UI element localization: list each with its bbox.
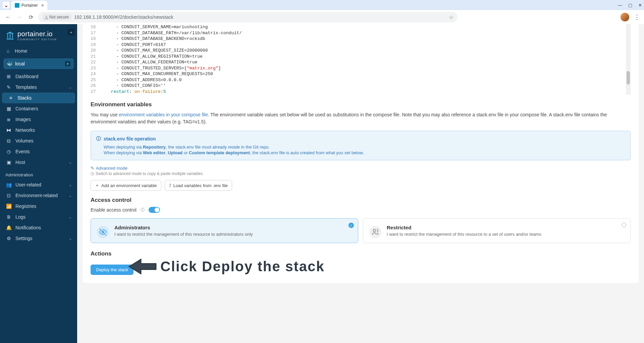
admin-section-label: Administration: [0, 168, 77, 179]
deploy-stack-button[interactable]: Deploy the stack: [91, 265, 133, 275]
nav-label: Environment-related: [15, 193, 58, 198]
close-window-icon[interactable]: ✕: [638, 3, 642, 8]
upload-icon: ⤴: [169, 183, 171, 188]
load-env-file-button[interactable]: ⤴ Load variables from .env file: [165, 180, 232, 191]
admin-option-title: Administrators: [114, 225, 352, 230]
nav-label: Dashboard: [15, 74, 39, 79]
nav-templates[interactable]: ✎Templates⌄: [0, 82, 77, 93]
home-icon: ⌂: [5, 48, 11, 54]
eye-off-icon: [97, 226, 109, 238]
nav-admin-registries[interactable]: 📶Registries: [0, 201, 77, 212]
bookmark-icon[interactable]: ☆: [449, 14, 453, 20]
reload-button[interactable]: ⟳: [27, 13, 35, 21]
code-body[interactable]: - CONDUIT_SERVER_NAME=mariushosting - CO…: [101, 24, 631, 95]
close-environment-icon[interactable]: ×: [65, 61, 70, 66]
nav-home[interactable]: ⌂ Home: [0, 46, 77, 56]
svg-point-1: [373, 229, 376, 232]
nav-admin-user-related[interactable]: 👥User-related⌄: [0, 179, 77, 190]
nav-images[interactable]: ≣Images: [0, 114, 77, 125]
host-icon: ▣: [6, 160, 11, 165]
compose-editor[interactable]: 161718192021222324252627 - CONDUIT_SERVE…: [91, 24, 631, 95]
nav-admin-notifications[interactable]: 🔔Notifications: [0, 222, 77, 233]
access-option-restricted[interactable]: Restricted I want to restrict the manage…: [363, 218, 631, 243]
clock-icon: ◷: [91, 171, 94, 176]
info-icon: ⓘ: [96, 136, 101, 142]
nav-dashboard[interactable]: ⊞Dashboard: [0, 71, 77, 82]
portainer-logo-icon: [5, 31, 15, 40]
tutorial-annotation: Click Deploy the stack: [127, 256, 325, 277]
forward-button[interactable]: →: [15, 13, 23, 21]
actions-section-title: Actions: [91, 250, 631, 257]
address-bar[interactable]: △ Not secure 192.168.1.18:9000/#!/2/dock…: [38, 12, 458, 22]
access-section-title: Access control: [91, 197, 631, 204]
chevron-down-icon: ⌄: [69, 160, 72, 165]
profile-avatar[interactable]: [621, 13, 629, 21]
volumes-icon: ⊟: [6, 138, 11, 144]
env-help-text: You may use environment variables in you…: [91, 111, 631, 125]
back-button[interactable]: ←: [4, 13, 12, 21]
nav-stacks[interactable]: ≡Stacks: [2, 93, 75, 103]
add-env-var-button[interactable]: ＋ Add an environment variable: [91, 180, 161, 191]
nav-networks[interactable]: ⧓Networks: [0, 125, 77, 135]
restricted-option-title: Restricted: [387, 225, 624, 230]
browser-menu-icon[interactable]: ⋮: [634, 13, 640, 21]
notifications-icon: 🔔: [6, 225, 11, 230]
chevron-down-icon: ⌄: [69, 236, 72, 241]
settings-icon: ⚙: [6, 236, 11, 241]
stackenv-info-box: ⓘ stack.env file operation When deployin…: [91, 131, 631, 160]
enable-access-label: Enable access control: [91, 207, 137, 213]
maximize-icon[interactable]: ▢: [628, 3, 632, 8]
nav-label: Logs: [15, 214, 25, 220]
nav-volumes[interactable]: ⊟Volumes: [0, 135, 77, 146]
docker-icon: 🐳: [7, 61, 12, 66]
not-secure-label: Not secure: [49, 15, 69, 19]
environment-name: local: [15, 61, 25, 66]
browser-tab[interactable]: Portainer ×: [11, 1, 47, 10]
environment-pill-local[interactable]: 🐳 local ×: [3, 58, 74, 69]
editor-scrollbar-track[interactable]: [626, 24, 631, 95]
enable-access-toggle[interactable]: [149, 207, 160, 213]
nav-admin-logs[interactable]: 🗎Logs⌄: [0, 212, 77, 222]
brand-edition: COMMUNITY EDITION: [17, 38, 57, 41]
nav-events[interactable]: ◷Events: [0, 146, 77, 157]
collapse-sidebar-button[interactable]: «: [68, 29, 74, 36]
browser-toolbar: ← → ⟳ △ Not secure 192.168.1.18:9000/#!/…: [0, 10, 644, 24]
nav-host[interactable]: ▣Host⌄: [0, 157, 77, 168]
nav-label: User-related: [15, 182, 41, 187]
nav-label: Settings: [15, 236, 33, 241]
info-title-text: stack.env file operation: [104, 136, 156, 141]
images-icon: ≣: [6, 117, 11, 122]
advanced-mode-label: Advanced mode: [96, 166, 127, 171]
dashboard-icon: ⊞: [6, 74, 11, 79]
chevron-down-icon: ⌄: [69, 215, 72, 219]
minimize-icon[interactable]: ―: [618, 3, 622, 8]
close-tab-icon[interactable]: ×: [41, 3, 44, 8]
nav-admin-environment-related[interactable]: ⊡Environment-related⌄: [0, 190, 77, 201]
sidebar: portainer.io COMMUNITY EDITION « ⌂ Home …: [0, 24, 77, 343]
edit-icon: ✎: [91, 166, 94, 171]
window-controls: ― ▢ ✕: [618, 3, 642, 8]
tab-dropdown[interactable]: ⌄: [3, 2, 9, 8]
nav-label: Stacks: [17, 95, 32, 101]
registries-icon: 📶: [6, 204, 11, 209]
access-option-administrators[interactable]: ✓ Administrators I want to restrict the …: [91, 218, 358, 243]
load-env-file-label: Load variables from .env file: [173, 183, 228, 188]
logs-icon: 🗎: [6, 214, 11, 220]
add-env-var-label: Add an environment variable: [101, 183, 157, 188]
main-content: 161718192021222324252627 - CONDUIT_SERVE…: [77, 24, 644, 343]
nav-label: Networks: [15, 127, 35, 133]
nav-admin-settings[interactable]: ⚙Settings⌄: [0, 233, 77, 244]
help-icon[interactable]: ⓘ: [141, 207, 145, 213]
nav-containers[interactable]: ▦Containers: [0, 103, 77, 114]
env-docs-link[interactable]: environment variables in your compose fi…: [119, 112, 208, 117]
chevron-down-icon: ⌄: [69, 183, 72, 187]
nav-label: Notifications: [15, 225, 41, 230]
sidebar-brand[interactable]: portainer.io COMMUNITY EDITION: [0, 27, 77, 46]
radio-icon: [622, 223, 626, 227]
security-badge[interactable]: △ Not secure: [42, 14, 71, 20]
advanced-mode-link[interactable]: ✎ Advanced mode: [91, 166, 631, 171]
nav-label: Containers: [15, 106, 38, 111]
line-gutter: 161718192021222324252627: [91, 24, 101, 95]
editor-scrollbar-thumb[interactable]: [627, 71, 630, 84]
brand-name: portainer.io: [17, 30, 57, 38]
